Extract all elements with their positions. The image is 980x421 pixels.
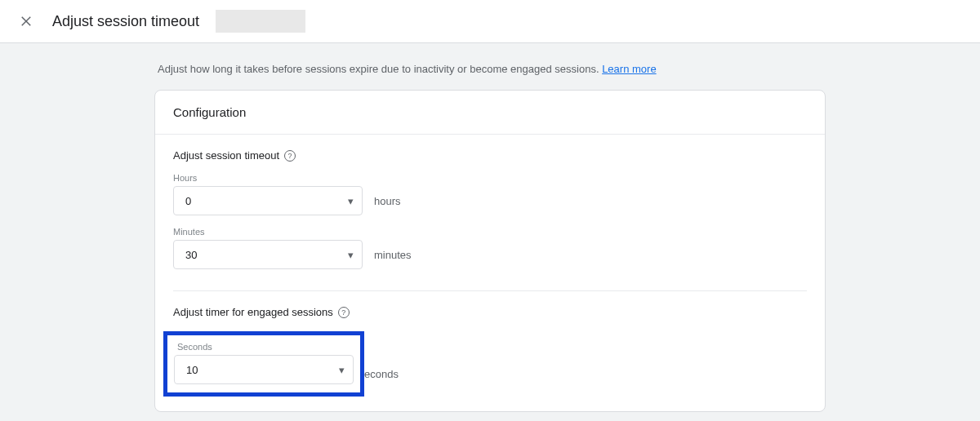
chevron-down-icon: ▾ bbox=[348, 195, 354, 207]
session-timeout-section: Adjust session timeout ? Hours 0 ▾ hours… bbox=[155, 135, 825, 290]
page-title: Adjust session timeout bbox=[52, 13, 199, 30]
chevron-down-icon: ▾ bbox=[339, 364, 345, 376]
configuration-card: Configuration Adjust session timeout ? H… bbox=[154, 90, 826, 412]
seconds-highlight-box: Seconds 10 ▾ bbox=[163, 331, 364, 397]
help-icon[interactable]: ? bbox=[284, 150, 296, 162]
engaged-sessions-section: Adjust timer for engaged sessions ? Seco… bbox=[155, 291, 825, 411]
card-title: Configuration bbox=[155, 91, 825, 135]
session-timeout-title-row: Adjust session timeout ? bbox=[173, 149, 807, 162]
description-text: Adjust how long it takes before sessions… bbox=[158, 63, 602, 75]
minutes-field-group: Minutes 30 ▾ minutes bbox=[173, 227, 807, 269]
chevron-down-icon: ▾ bbox=[348, 249, 354, 261]
seconds-unit: econds bbox=[364, 368, 399, 380]
hours-select[interactable]: 0 ▾ bbox=[173, 186, 363, 215]
learn-more-link[interactable]: Learn more bbox=[602, 63, 656, 75]
header-placeholder bbox=[216, 10, 305, 33]
minutes-label: Minutes bbox=[173, 227, 807, 237]
seconds-label: Seconds bbox=[177, 342, 354, 352]
minutes-unit: minutes bbox=[374, 249, 412, 261]
hours-field-row: 0 ▾ hours bbox=[173, 186, 807, 215]
hours-value: 0 bbox=[185, 195, 191, 207]
help-icon[interactable]: ? bbox=[338, 307, 350, 318]
page-header: Adjust session timeout bbox=[0, 0, 980, 43]
description-row: Adjust how long it takes before sessions… bbox=[154, 63, 826, 75]
minutes-field-row: 30 ▾ minutes bbox=[173, 240, 807, 269]
session-timeout-title: Adjust session timeout bbox=[173, 149, 279, 162]
engaged-sessions-title: Adjust timer for engaged sessions bbox=[173, 306, 333, 318]
hours-field-group: Hours 0 ▾ hours bbox=[173, 173, 807, 215]
minutes-value: 30 bbox=[185, 249, 197, 261]
close-button[interactable] bbox=[16, 11, 36, 31]
hours-unit: hours bbox=[374, 195, 401, 207]
close-icon bbox=[19, 14, 33, 29]
page-body: Adjust how long it takes before sessions… bbox=[0, 43, 980, 421]
hours-label: Hours bbox=[173, 173, 807, 183]
seconds-value: 10 bbox=[186, 364, 198, 376]
seconds-select[interactable]: 10 ▾ bbox=[174, 355, 354, 384]
minutes-select[interactable]: 30 ▾ bbox=[173, 240, 363, 269]
engaged-sessions-title-row: Adjust timer for engaged sessions ? bbox=[173, 306, 807, 318]
